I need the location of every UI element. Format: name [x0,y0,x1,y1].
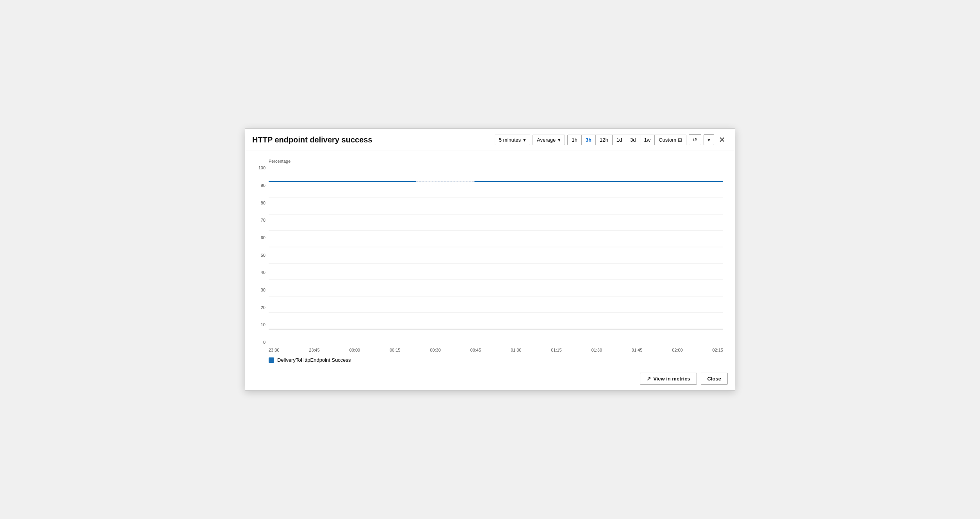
y-tick-10: 10 [253,323,265,327]
external-link-icon: ↗ [647,376,651,382]
view-in-metrics-button[interactable]: ↗ View in metrics [640,373,697,385]
y-tick-90: 90 [253,183,265,188]
modal-container: HTTP endpoint delivery success 5 minutes… [245,128,735,391]
legend-color-dot [269,357,274,363]
controls-area: 5 minutes ▾ Average ▾ 1h 3h 12h 1d 3d 1w… [495,134,728,145]
time-range-group: 1h 3h 12h 1d 3d 1w Custom ⊞ [567,135,686,145]
y-tick-80: 80 [253,201,265,205]
x-tick-2345: 23:45 [309,348,320,352]
custom-grid-icon: ⊞ [678,137,682,143]
y-tick-100: 100 [253,166,265,170]
y-tick-40: 40 [253,270,265,275]
modal-footer: ↗ View in metrics Close [245,367,735,390]
time-btn-custom[interactable]: Custom ⊞ [655,135,686,145]
legend: DeliveryToHttpEndpoint.Success [269,357,723,363]
y-tick-50: 50 [253,253,265,258]
x-tick-0115: 01:15 [551,348,562,352]
x-tick-0145: 01:45 [632,348,643,352]
time-btn-3d[interactable]: 3d [626,135,640,145]
refresh-button[interactable]: ↺ [689,134,701,145]
chart-svg [269,166,723,345]
chart-area: 0 10 20 30 40 50 60 70 80 90 100 [253,166,723,352]
close-button[interactable]: Close [701,373,728,385]
time-btn-3h[interactable]: 3h [582,135,596,145]
time-btn-1h[interactable]: 1h [568,135,581,145]
refresh-icon: ↺ [693,137,697,143]
custom-label: Custom [659,137,676,143]
interval-dropdown[interactable]: 5 minutes ▾ [495,135,530,145]
modal-header: HTTP endpoint delivery success 5 minutes… [245,129,735,151]
y-tick-60: 60 [253,236,265,240]
y-tick-30: 30 [253,288,265,292]
page-title: HTTP endpoint delivery success [252,135,490,144]
x-tick-2330: 23:30 [269,348,280,352]
x-axis-labels: 23:30 23:45 00:00 00:15 00:30 00:45 01:0… [269,346,723,352]
y-tick-70: 70 [253,218,265,222]
more-options-icon: ▾ [707,137,710,143]
view-metrics-label: View in metrics [653,376,690,382]
stat-chevron-icon: ▾ [558,137,561,143]
more-options-button[interactable]: ▾ [704,134,714,145]
stat-label: Average [537,137,556,143]
y-axis-label: Percentage [269,159,723,164]
y-tick-0: 0 [253,340,265,345]
x-tick-0200: 02:00 [672,348,683,352]
x-tick-0015: 00:15 [390,348,401,352]
y-axis: 0 10 20 30 40 50 60 70 80 90 100 [253,166,269,352]
chart-container: Percentage 0 10 20 30 40 50 60 70 80 90 … [245,151,735,367]
x-tick-0100: 01:00 [511,348,522,352]
legend-label: DeliveryToHttpEndpoint.Success [277,357,351,363]
chart-plot: 23:30 23:45 00:00 00:15 00:30 00:45 01:0… [269,166,723,352]
interval-label: 5 minutes [499,137,521,143]
time-btn-1d[interactable]: 1d [613,135,626,145]
close-label: Close [707,376,721,382]
x-tick-0130: 01:30 [592,348,602,352]
stat-dropdown[interactable]: Average ▾ [533,135,565,145]
close-x-icon: ✕ [719,135,725,144]
y-tick-20: 20 [253,306,265,310]
close-x-button[interactable]: ✕ [716,135,728,144]
time-btn-1w[interactable]: 1w [640,135,655,145]
x-tick-0000: 00:00 [349,348,360,352]
interval-chevron-icon: ▾ [523,137,526,143]
x-tick-0045: 00:45 [470,348,481,352]
x-tick-0030: 00:30 [430,348,441,352]
time-btn-12h[interactable]: 12h [596,135,613,145]
x-tick-0215: 02:15 [712,348,723,352]
